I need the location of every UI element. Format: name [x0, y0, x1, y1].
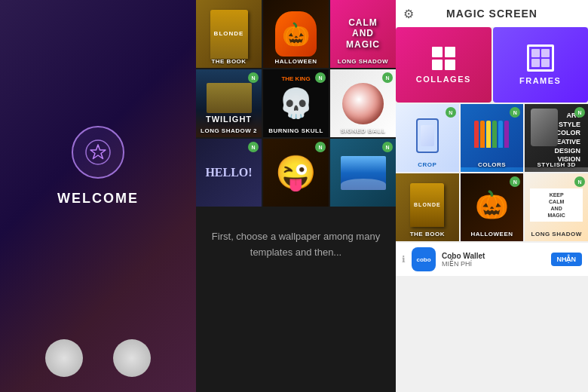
template-item-ocean[interactable]: N	[330, 139, 396, 207]
bottom-circle-left[interactable]	[45, 339, 83, 377]
star-icon	[84, 139, 112, 166]
middle-panel: BLONDE THE BOOK 🎃 HALLOWEEN CALMANDMAGIC…	[196, 0, 396, 392]
template-item-long-shadow[interactable]: CALMANDMAGIC LONG SHADOW	[330, 0, 396, 68]
left-panel: WELCOME	[0, 0, 196, 392]
svg-point-0	[86, 140, 110, 164]
book-right-item[interactable]: BLONDE THE BOOK	[396, 173, 459, 241]
template-grid: BLONDE THE BOOK 🎃 HALLOWEEN CALMANDMAGIC…	[196, 0, 396, 207]
template-label-ball: SIGNED BALL	[330, 127, 396, 134]
template-item-twilight[interactable]: TWILIGHT N LONG SHADOW 2	[196, 69, 262, 137]
stylish3d-label: STYLISH 3D	[525, 161, 588, 168]
collages-label: COLLAGES	[416, 75, 471, 84]
badge-new-twilight: N	[248, 72, 259, 83]
template-item-burning-skull[interactable]: 💀 N THE KING BURNING SKULL	[263, 69, 329, 137]
badge-crop: N	[446, 107, 456, 118]
ad-banner: ℹ cobo Cobo Wallet MIỄN PHÍ NHẬN	[396, 243, 588, 276]
bottom-circle-right[interactable]	[113, 339, 151, 377]
template-title-long-shadow: CALMANDMAGIC	[346, 17, 380, 50]
book-grid: BLONDE THE BOOK 🎃 N HALLOWEEN KEEPCALMAN…	[396, 173, 588, 241]
template-item-emoji[interactable]: 😜 N	[263, 139, 329, 207]
colors-label: COLORS	[461, 161, 524, 168]
template-title-twilight: TWILIGHT	[206, 115, 252, 124]
template-item-signed-ball[interactable]: N SIGNED BALL	[330, 69, 396, 137]
tools-grid: N CROP N COLORS ARTSTYLECOLORCREATIVEDES…	[396, 104, 588, 172]
section-row-main: COLLAGES FRAMES	[396, 27, 588, 103]
ad-subtitle: MIỄN PHÍ	[442, 260, 545, 268]
template-item-halloween[interactable]: 🎃 HALLOWEEN	[263, 0, 329, 68]
badge-new-hello: N	[248, 142, 259, 152]
right-header: ⚙ MAGIC SCREEN	[396, 0, 588, 27]
ad-icon: cobo	[412, 247, 436, 271]
halloween-right-label: HALLOWEEN	[461, 231, 524, 237]
book-right-label: THE BOOK	[396, 231, 459, 237]
badge-new-emoji: N	[315, 142, 326, 152]
template-label-skull: BURNING SKULL	[263, 127, 329, 134]
badge-new-ball: N	[382, 72, 393, 83]
badge-long-shadow-right: N	[574, 176, 585, 187]
colors-item[interactable]: N COLORS	[461, 104, 524, 172]
ad-title: Cobo Wallet	[442, 252, 545, 260]
ad-text: Cobo Wallet MIỄN PHÍ	[442, 252, 545, 268]
frames-card[interactable]: FRAMES	[493, 27, 589, 103]
welcome-label: WELCOME	[57, 191, 139, 207]
pencils-visual	[474, 121, 509, 148]
ad-button[interactable]: NHẬN	[551, 253, 583, 266]
template-label-long-shadow: LONG SHADOW	[330, 58, 396, 65]
badge-new-ocean: N	[382, 142, 393, 152]
info-text: First, choose a wallpaper among many tem…	[196, 214, 396, 276]
long-shadow-right-item[interactable]: KEEPCALMANDMAGIC N LONG SHADOW	[525, 173, 588, 241]
template-item-hello[interactable]: HELLO! N	[196, 139, 262, 207]
crop-label: CROP	[396, 161, 459, 168]
star-icon-container	[72, 126, 124, 179]
ad-info-icon: ℹ	[402, 254, 406, 265]
badge-new-skull: N	[315, 72, 326, 83]
long-shadow-right-label: LONG SHADOW	[525, 231, 588, 237]
template-label-book: THE BOOK	[196, 58, 262, 65]
crop-item[interactable]: N CROP	[396, 104, 459, 172]
collages-card[interactable]: COLLAGES	[396, 27, 492, 103]
right-panel: ⚙ MAGIC SCREEN COLLAGES	[396, 0, 588, 392]
badge-stylish3d: N	[574, 107, 585, 118]
frames-label: FRAMES	[519, 76, 561, 85]
frame-icon	[527, 44, 554, 72]
halloween-right-item[interactable]: 🎃 N HALLOWEEN	[461, 173, 524, 241]
collage-icon	[432, 47, 455, 70]
template-label-twilight: LONG SHADOW 2	[196, 127, 262, 134]
stylish3d-item[interactable]: ARTSTYLECOLORCREATIVEDESIGNVISION N STYL…	[525, 104, 588, 172]
magic-screen-title: MAGIC SCREEN	[446, 8, 537, 20]
template-label-halloween: HALLOWEEN	[263, 58, 329, 65]
template-item-book[interactable]: BLONDE THE BOOK	[196, 0, 262, 68]
settings-icon[interactable]: ⚙	[403, 7, 414, 21]
